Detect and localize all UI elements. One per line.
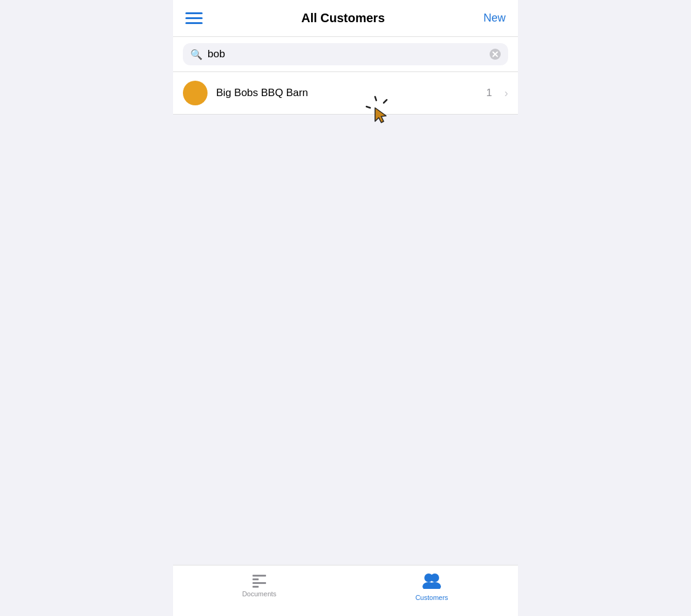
menu-line-1: [185, 12, 203, 14]
customer-count: 1: [487, 87, 492, 99]
search-input[interactable]: [208, 48, 485, 60]
search-bar-container: 🔍: [173, 37, 518, 72]
tab-documents-label: Documents: [242, 590, 277, 598]
clear-icon: [490, 49, 501, 60]
tab-customers[interactable]: Customers: [346, 570, 518, 601]
svg-point-9: [424, 573, 433, 582]
customer-list: Big Bobs BBQ Barn 1 ›: [173, 72, 518, 565]
tab-customers-label: Customers: [415, 594, 448, 601]
menu-button[interactable]: [185, 12, 203, 24]
menu-line-2: [185, 17, 203, 19]
header: All Customers New: [173, 0, 518, 37]
documents-icon: [253, 573, 266, 588]
tab-bar: Documents Customers: [173, 565, 518, 616]
search-icon: 🔍: [190, 49, 203, 60]
search-bar: 🔍: [183, 43, 508, 65]
customers-icon: [420, 573, 443, 591]
customer-item[interactable]: Big Bobs BBQ Barn 1 ›: [173, 72, 518, 115]
app-container: All Customers New 🔍 Big Bobs BBQ Barn 1 …: [173, 0, 518, 616]
chevron-right-icon: ›: [504, 87, 508, 100]
customer-avatar: [183, 81, 208, 105]
search-clear-button[interactable]: [490, 49, 501, 60]
people-icon-svg: [420, 573, 443, 589]
tab-documents[interactable]: Documents: [173, 570, 346, 598]
new-button[interactable]: New: [483, 12, 506, 25]
customer-name: Big Bobs BBQ Barn: [216, 87, 478, 99]
page-title: All Customers: [301, 11, 385, 25]
menu-line-3: [185, 22, 203, 24]
